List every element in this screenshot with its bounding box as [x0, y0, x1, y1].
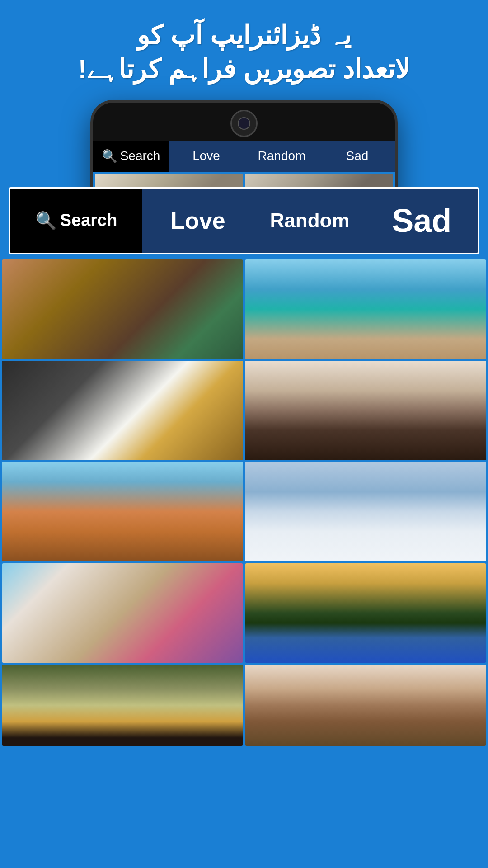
image-guitar[interactable] — [2, 259, 243, 359]
image-woman-portrait[interactable] — [245, 665, 486, 746]
image-party[interactable] — [2, 563, 243, 663]
phone-camera — [230, 110, 258, 137]
search-icon-overlay: 🔍 — [35, 211, 56, 231]
phone-tab-random[interactable]: Random — [244, 141, 319, 172]
header-urdu-text: یہ ڈیزائنرایپ آپ کو لاتعداد تصویریں فراہ… — [0, 0, 488, 95]
overlay-section: 🔍 Search Love Random Sad — [0, 187, 488, 254]
phone-camera-lens — [238, 117, 250, 130]
main-image-grid — [0, 258, 488, 748]
tab-love[interactable]: Love — [142, 189, 254, 253]
image-coffee[interactable] — [2, 361, 243, 460]
image-lake-mountains[interactable] — [245, 563, 486, 663]
image-mountains-person[interactable] — [2, 462, 243, 561]
search-icon: 🔍 — [102, 149, 117, 164]
phone-tab-search[interactable]: 🔍 Search — [93, 141, 169, 172]
image-woman-nature[interactable] — [2, 665, 243, 746]
image-boats[interactable] — [245, 259, 486, 359]
image-snow-mountains[interactable] — [245, 462, 486, 561]
tab-search[interactable]: 🔍 Search — [10, 189, 142, 253]
phone-tab-love[interactable]: Love — [169, 141, 244, 172]
phone-tab-sad[interactable]: Sad — [319, 141, 395, 172]
tab-sad[interactable]: Sad — [366, 189, 478, 253]
tab-random[interactable]: Random — [254, 189, 366, 253]
urdu-line-1: یہ ڈیزائنرایپ آپ کو — [27, 18, 461, 52]
urdu-line-2: لاتعداد تصویریں فراہم کرتاہے! — [27, 52, 461, 86]
phone-tab-bar: 🔍 Search Love Random Sad — [93, 141, 395, 172]
main-tab-bar: 🔍 Search Love Random Sad — [9, 187, 479, 254]
image-woman-camera[interactable] — [245, 361, 486, 460]
